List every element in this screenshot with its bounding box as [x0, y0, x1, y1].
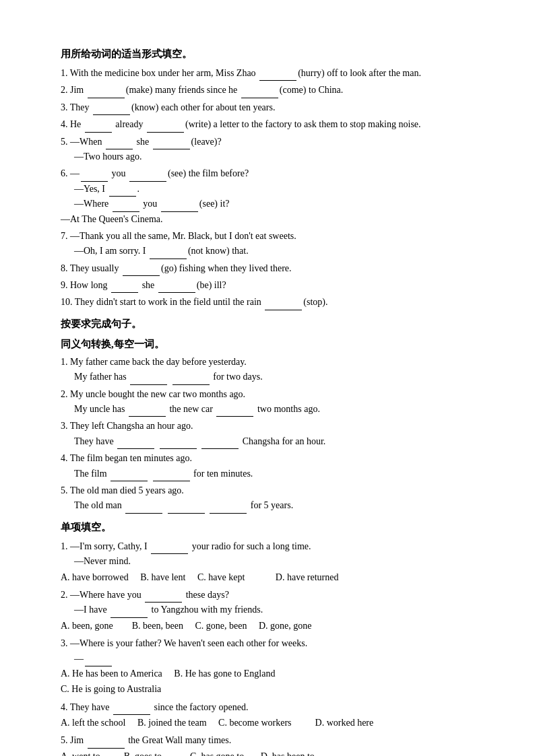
section1: 用所给动词的适当形式填空。 1. With the medicine box u… — [61, 46, 481, 310]
s2-q4-converted: The film for ten minutes. — [74, 467, 481, 481]
section3-title: 单项填空。 — [61, 519, 481, 535]
q6b-text: —Yes, I . — [74, 184, 139, 194]
s3-q1-stem2: —Never mind. — [74, 554, 481, 569]
s2-q5-original: 5. The old man died 5 years ago. — [61, 483, 481, 498]
s3-q2-stem: 2. —Where have you these days? — [61, 588, 481, 603]
s2-q5-converted: The old man for 5 years. — [74, 498, 481, 513]
blank-q8-1[interactable] — [123, 265, 160, 276]
blank-q4-1[interactable] — [85, 122, 112, 133]
q8-text: 8. They usually (go) fishing when they l… — [61, 263, 292, 273]
blank-s3q5-1[interactable] — [88, 738, 125, 749]
q5: 5. —When she (leave)? —Two hours ago. — [61, 135, 481, 165]
blank-s2q1-1[interactable] — [130, 374, 167, 385]
q5a-text: 5. —When she (leave)? — [61, 137, 222, 147]
s3-q3-options-a: A. He has been to America B. He has gone… — [61, 666, 481, 681]
q10-text: 10. They didn't start to work in the fie… — [61, 297, 327, 307]
blank-s2q4-1[interactable] — [111, 471, 148, 481]
q2-text: 2. Jim (make) many friends since he (com… — [61, 85, 343, 95]
s3-q3-options-b: C. He is going to Australia — [61, 682, 481, 697]
blank-q2-2[interactable] — [241, 88, 278, 98]
blank-q4-2[interactable] — [147, 122, 184, 133]
blank-s2q5-3[interactable] — [210, 503, 247, 514]
q1-text: 1. With the medicine box under her arm, … — [61, 68, 421, 78]
s2-q4: 4. The film began ten minutes ago. The f… — [61, 451, 481, 481]
q9-text: 9. How long she (be) ill? — [61, 280, 226, 290]
s3-q1-options: A. have borrowed B. have lent C. have ke… — [61, 570, 481, 585]
s3-q2: 2. —Where have you these days? —I have t… — [61, 588, 481, 633]
s3-q4-stem: 4. They have since the factory opened. — [61, 700, 481, 715]
blank-s2q2-2[interactable] — [216, 406, 253, 417]
q7b-text: —Oh, I am sorry. I (not know) that. — [74, 246, 249, 256]
s3-q4: 4. They have since the factory opened. A… — [61, 700, 481, 731]
blank-s3q2-2[interactable] — [111, 607, 148, 618]
section2-title: 按要求完成句子。 — [61, 316, 481, 332]
blank-s3q3-1[interactable] — [85, 656, 112, 666]
s2-q1-converted: My father has for two days. — [74, 370, 481, 384]
q6d-text: —At The Queen's Cinema. — [61, 214, 163, 224]
q10: 10. They didn't start to work in the fie… — [61, 295, 481, 310]
q6c-text: —Where you (see) it? — [74, 199, 230, 209]
q7: 7. —Thank you all the same, Mr. Black, b… — [61, 229, 481, 259]
blank-q6-4[interactable] — [113, 201, 139, 212]
s2-q3-converted: They have Changsha for an hour. — [74, 434, 481, 449]
q1: 1. With the medicine box under her arm, … — [61, 66, 481, 81]
blank-s2q4-2[interactable] — [153, 471, 190, 481]
blank-q10-1[interactable] — [265, 300, 302, 310]
blank-s3q4-1[interactable] — [113, 704, 150, 715]
section1-title: 用所给动词的适当形式填空。 — [61, 46, 481, 62]
blank-q6-5[interactable] — [161, 201, 198, 212]
s3-q1-stem: 1. —I'm sorry, Cathy, I your radio for s… — [61, 539, 481, 554]
s3-q1: 1. —I'm sorry, Cathy, I your radio for s… — [61, 539, 481, 585]
blank-s3q1-1[interactable] — [151, 543, 188, 554]
s2-q3: 3. They left Changsha an hour ago. They … — [61, 419, 481, 449]
blank-q5-2[interactable] — [153, 139, 190, 149]
blank-s2q5-1[interactable] — [125, 503, 162, 514]
s2-q2-converted: My uncle has the new car two months ago. — [74, 402, 481, 417]
blank-s2q3-3[interactable] — [201, 438, 239, 449]
s3-q5-options: A. went to B. goes to C. has gone to D. … — [61, 749, 481, 756]
blank-q2-1[interactable] — [88, 88, 125, 98]
subsection2-title: 同义句转换,每空一词。 — [61, 336, 481, 352]
blank-q5-1[interactable] — [106, 139, 133, 149]
s3-q5: 5. Jim the Great Wall many times. A. wen… — [61, 733, 481, 756]
blank-s2q5-2[interactable] — [168, 503, 205, 514]
blank-s2q2-1[interactable] — [129, 406, 166, 417]
blank-q3-1[interactable] — [93, 104, 130, 115]
q5b-text: —Two hours ago. — [74, 151, 142, 162]
s3-q3-stem: 3. —Where is your father? We haven't see… — [61, 636, 481, 651]
blank-s2q3-1[interactable] — [117, 438, 154, 449]
section2: 按要求完成句子。 同义句转换,每空一词。 1. My father came b… — [61, 316, 481, 514]
q3: 3. They (know) each other for about ten … — [61, 100, 481, 115]
s2-q3-original: 3. They left Changsha an hour ago. — [61, 419, 481, 434]
q9: 9. How long she (be) ill? — [61, 278, 481, 293]
q8: 8. They usually (go) fishing when they l… — [61, 261, 481, 276]
q4: 4. He already (write) a letter to the fa… — [61, 117, 481, 132]
blank-q9-1[interactable] — [111, 282, 138, 293]
blank-q9-2[interactable] — [158, 282, 195, 293]
s3-q3: 3. —Where is your father? We haven't see… — [61, 636, 481, 697]
section3: 单项填空。 1. —I'm sorry, Cathy, I your radio… — [61, 519, 481, 756]
blank-s2q1-2[interactable] — [172, 374, 210, 385]
q6: 6. — you (see) the film before? —Yes, I … — [61, 166, 481, 227]
q7a-text: 7. —Thank you all the same, Mr. Black, b… — [61, 231, 296, 241]
q2: 2. Jim (make) many friends since he (com… — [61, 83, 481, 98]
s3-q2-options: A. been, gone B. been, been C. gone, bee… — [61, 619, 481, 633]
page-container: 用所给动词的适当形式填空。 1. With the medicine box u… — [61, 46, 481, 756]
s3-q3-stem2: — — [74, 652, 481, 666]
s3-q2-stem2: —I have to Yangzhou with my friends. — [74, 603, 481, 617]
s2-q2-original: 2. My uncle bought the new car two month… — [61, 387, 481, 402]
s2-q5: 5. The old man died 5 years ago. The old… — [61, 483, 481, 514]
blank-q6-2[interactable] — [129, 171, 166, 182]
q4-text: 4. He already (write) a letter to the fa… — [61, 119, 421, 129]
blank-q1-1[interactable] — [259, 70, 296, 81]
s2-q2: 2. My uncle bought the new car two month… — [61, 387, 481, 417]
blank-q6-3[interactable] — [109, 186, 136, 197]
s2-q1-original: 1. My father came back the day before ye… — [61, 355, 481, 370]
blank-q7-1[interactable] — [150, 248, 187, 259]
blank-s3q2-1[interactable] — [145, 592, 182, 603]
s2-q1: 1. My father came back the day before ye… — [61, 355, 481, 385]
s2-q4-original: 4. The film began ten minutes ago. — [61, 451, 481, 466]
s3-q5-stem: 5. Jim the Great Wall many times. — [61, 733, 481, 748]
blank-q6-1[interactable] — [81, 171, 108, 182]
blank-s2q3-2[interactable] — [160, 438, 197, 449]
